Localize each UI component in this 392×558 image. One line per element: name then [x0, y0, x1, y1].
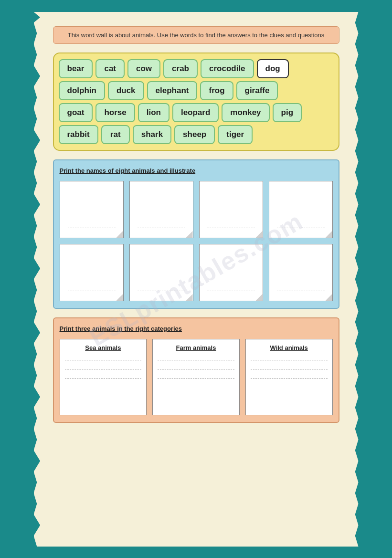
category-title-sea: Sea animals — [65, 344, 142, 351]
word-chip-elephant: elephant — [147, 81, 198, 100]
category-line-wild-2 — [251, 369, 328, 369]
word-row-4: rabbit rat shark sheep tiger — [59, 125, 334, 144]
word-chip-pig: pig — [273, 103, 302, 122]
categories-title: Print three animals in the right categor… — [60, 325, 333, 332]
word-chip-crocodile: crocodile — [201, 59, 254, 78]
illustration-line-2 — [138, 228, 185, 228]
word-chip-crab: crab — [163, 59, 198, 78]
category-box-farm: Farm animals — [152, 339, 240, 415]
illustration-card-5 — [60, 244, 124, 301]
word-chip-dolphin: dolphin — [59, 81, 105, 100]
category-line-farm-3 — [158, 378, 234, 379]
word-chip-frog: frog — [200, 81, 233, 100]
illustration-card-4 — [269, 181, 333, 238]
category-line-sea-2 — [65, 369, 142, 369]
category-title-wild: Wild animals — [251, 344, 328, 351]
instruction-text: This word wall is about animals. Use the… — [68, 32, 325, 39]
illustration-section: Print the names of eight animals and ill… — [53, 159, 339, 309]
category-title-farm: Farm animals — [158, 344, 234, 351]
illustration-card-3 — [199, 181, 263, 238]
illustration-card-6 — [129, 244, 193, 301]
word-chip-horse: horse — [95, 103, 135, 122]
category-box-wild: Wild animals — [245, 339, 333, 415]
illustration-line-7 — [207, 291, 255, 291]
word-chip-lion: lion — [138, 103, 170, 122]
illustration-card-8 — [269, 244, 333, 301]
word-chip-giraffe: giraffe — [236, 81, 278, 100]
word-chip-bear: bear — [59, 59, 93, 78]
word-row-2: dolphin duck elephant frog giraffe — [59, 81, 334, 100]
word-chip-sheep: sheep — [174, 125, 215, 144]
word-row-1: bear cat cow crab crocodile dog — [59, 59, 334, 78]
word-row-3: goat horse lion leopard monkey pig — [59, 103, 334, 122]
category-line-sea-3 — [65, 378, 142, 379]
illustration-card-1 — [60, 181, 124, 238]
category-line-farm-1 — [158, 360, 234, 360]
illustration-card-7 — [199, 244, 263, 301]
categories-grid: Sea animals Farm animals Wild animals — [60, 339, 333, 415]
categories-section: Print three animals in the right categor… — [53, 317, 339, 423]
word-chip-rat: rat — [101, 125, 130, 144]
word-chip-monkey: monkey — [222, 103, 269, 122]
word-chip-dog: dog — [257, 59, 289, 78]
illustration-line-6 — [138, 291, 185, 291]
category-box-sea: Sea animals — [60, 339, 147, 415]
category-line-farm-2 — [158, 369, 234, 369]
page: ESLprintables.com This word wall is abou… — [34, 12, 359, 547]
category-line-wild-3 — [251, 378, 328, 379]
instruction-box: This word wall is about animals. Use the… — [53, 26, 339, 44]
word-wall: bear cat cow crab crocodile dog dolphin … — [53, 53, 339, 151]
illustration-title: Print the names of eight animals and ill… — [60, 167, 333, 174]
word-chip-cat: cat — [95, 59, 125, 78]
illustration-line-8 — [277, 291, 325, 291]
illustration-card-2 — [129, 181, 193, 238]
illustration-line-4 — [277, 228, 325, 228]
word-chip-rabbit: rabbit — [59, 125, 98, 144]
word-chip-duck: duck — [108, 81, 144, 100]
category-line-sea-1 — [65, 360, 142, 360]
illustration-line-1 — [68, 228, 116, 228]
word-chip-leopard: leopard — [172, 103, 219, 122]
category-line-wild-1 — [251, 360, 328, 360]
word-chip-tiger: tiger — [218, 125, 253, 144]
illustration-line-5 — [68, 291, 116, 291]
word-chip-goat: goat — [59, 103, 93, 122]
word-chip-cow: cow — [127, 59, 160, 78]
illustration-line-3 — [207, 228, 255, 228]
word-chip-shark: shark — [133, 125, 171, 144]
illustration-grid — [60, 181, 333, 301]
